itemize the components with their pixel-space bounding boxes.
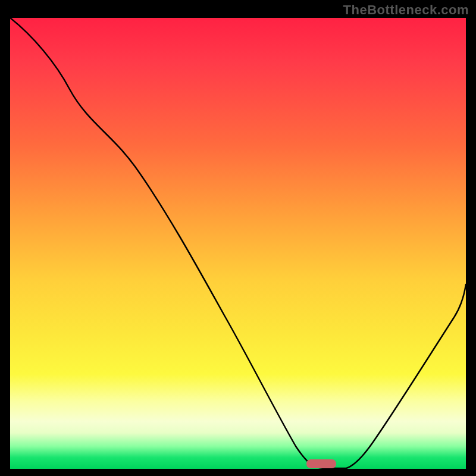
bottleneck-curve xyxy=(10,18,466,468)
watermark-label: TheBottleneck.com xyxy=(343,2,469,18)
optimal-marker xyxy=(306,459,336,468)
chart-overlay xyxy=(10,18,466,469)
chart-frame: TheBottleneck.com xyxy=(0,0,476,476)
plot-area xyxy=(10,18,466,469)
